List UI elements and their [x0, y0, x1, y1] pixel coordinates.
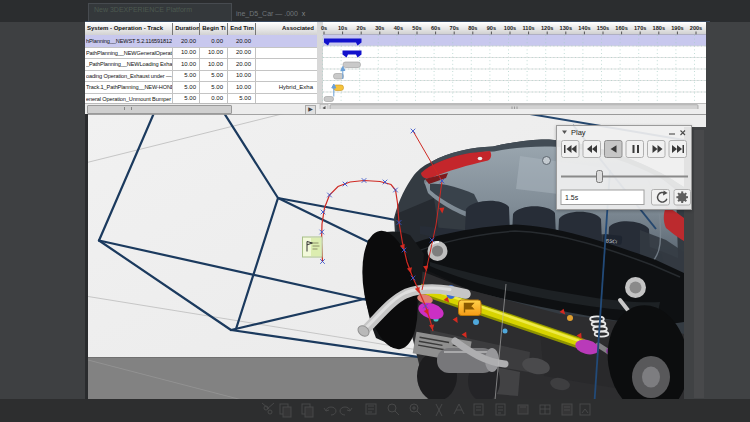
svg-text:Play: Play [571, 128, 586, 137]
svg-text:200s: 200s [690, 25, 702, 31]
svg-text:140s: 140s [578, 25, 590, 31]
svg-text:110s: 110s [523, 25, 535, 31]
svg-text:190s: 190s [671, 25, 683, 31]
svg-text:170s: 170s [634, 25, 646, 31]
svg-text:40s: 40s [394, 25, 403, 31]
svg-text:70s: 70s [450, 25, 459, 31]
svg-text:150s: 150s [597, 25, 609, 31]
svg-text:100s: 100s [504, 25, 516, 31]
svg-text:120s: 120s [541, 25, 553, 31]
svg-text:60s: 60s [431, 25, 440, 31]
svg-text:50s: 50s [412, 25, 421, 31]
svg-text:130s: 130s [560, 25, 572, 31]
svg-text:160s: 160s [615, 25, 627, 31]
svg-text:10s: 10s [338, 25, 347, 31]
svg-text:90s: 90s [487, 25, 496, 31]
svg-text:0s: 0s [321, 25, 327, 31]
svg-text:30s: 30s [375, 25, 384, 31]
svg-text:180s: 180s [653, 25, 665, 31]
svg-text:20s: 20s [357, 25, 366, 31]
svg-text:1.5s: 1.5s [565, 194, 579, 201]
svg-text:80s: 80s [468, 25, 477, 31]
